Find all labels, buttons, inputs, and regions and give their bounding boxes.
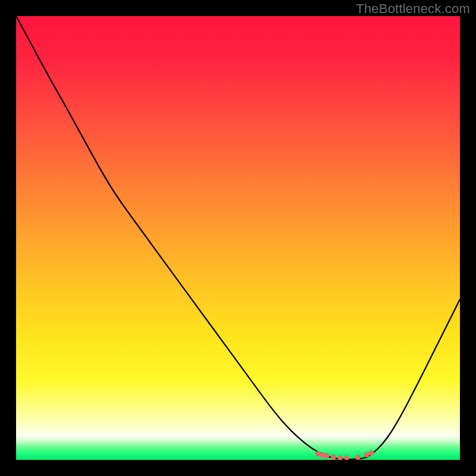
gradient-background xyxy=(16,16,460,460)
chart-frame: TheBottleneck.com xyxy=(0,0,476,476)
marker-dot xyxy=(315,451,321,456)
marker-dot xyxy=(368,450,374,456)
marker-dot xyxy=(324,453,330,458)
marker-dot xyxy=(355,455,361,460)
marker-dot xyxy=(331,454,336,459)
marker-dot xyxy=(320,452,325,458)
watermark-text: TheBottleneck.com xyxy=(356,1,470,17)
plot-area xyxy=(16,16,460,460)
plot-svg xyxy=(16,16,460,460)
